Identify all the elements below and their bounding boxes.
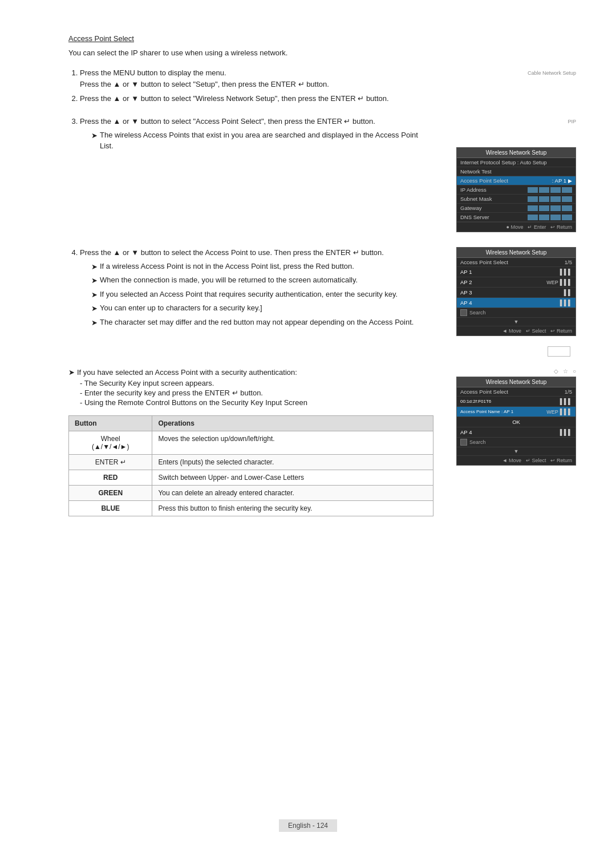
panel2-title: Wireless Network Setup xyxy=(457,248,576,258)
panel3-down-arrow: ▼ xyxy=(457,447,576,455)
panel1-row-network-test: Network Test xyxy=(457,167,576,176)
step3-note1: ➤ The wireless Access Points that exist … xyxy=(91,130,433,152)
table-row: ENTER ↵ Enters (Inputs) the selected cha… xyxy=(69,455,433,470)
panel3-ok-row: OK xyxy=(457,417,576,427)
panel3-ap-row-2: Access Point Name : AP 1 WEP ▌▌▌ xyxy=(457,407,576,417)
page-footer: English - 124 xyxy=(279,819,337,832)
ap-row-1: AP 1 ▌▌▌ xyxy=(457,267,576,277)
panel1-footer: ● Move ↵ Enter ↩ Return xyxy=(457,222,576,232)
step4-note4: ➤ You can enter up to characters for a s… xyxy=(91,302,445,314)
step4-note5: ➤ The character set may differ and the r… xyxy=(91,317,445,329)
step-4: Press the ▲ or ▼ button to select the Ac… xyxy=(80,247,445,328)
cable-network-label: Cable Network Setup xyxy=(445,70,576,76)
step4-note1: ➤ If a wireless Access Point is not in t… xyxy=(91,261,445,273)
step4-note2: ➤ When the connection is made, you will … xyxy=(91,274,445,286)
step-1: Press the MENU button to display the men… xyxy=(80,67,433,90)
step-3: Press the ▲ or ▼ button to select "Acces… xyxy=(80,116,433,152)
panel3-footer: ◄ Move ↵ Select ↩ Return xyxy=(457,455,576,465)
panel1-title: Wireless Network Setup xyxy=(457,148,576,158)
intro-text: You can select the IP sharer to use when… xyxy=(68,48,576,57)
page-wrapper: Access Point Select You can select the I… xyxy=(68,34,576,516)
ap-row-4: AP 4 ▌▌▌ xyxy=(457,298,576,308)
pip-label: PIP xyxy=(445,119,576,124)
search-row: Search xyxy=(457,308,576,318)
panel3-header: Access Point Select 1/5 xyxy=(457,387,576,397)
table-row: RED Switch between Upper- and Lower-Case… xyxy=(69,470,433,486)
panel1-row-dns: DNS Server xyxy=(457,213,576,222)
panel1-row-ap-select: Access Point Select : AP 1 ▶ xyxy=(457,176,576,185)
panel3-ap-row-1: 00:1d:2f:F01T6 ▌▌▌ xyxy=(457,397,576,407)
ap-row-3: AP 3 ▌▌ xyxy=(457,288,576,298)
small-rectangle xyxy=(548,346,570,357)
table-row: GREEN You can delete an already entered … xyxy=(69,486,433,501)
security-icons: ◇ ☆ ○ xyxy=(554,368,576,374)
panel2-header: Access Point Select 1/5 xyxy=(457,258,576,267)
security-bullet2: - Enter the security key and press the E… xyxy=(80,389,433,397)
down-arrow: ▼ xyxy=(457,318,576,326)
wireless-setup-panel-3: Wireless Network Setup Access Point Sele… xyxy=(456,377,576,466)
panel1-row-gateway: Gateway xyxy=(457,204,576,213)
panel3-title: Wireless Network Setup xyxy=(457,377,576,387)
panel1-row-ip: IP Address xyxy=(457,185,576,195)
panel2-footer: ◄ Move ↵ Select ↩ Return xyxy=(457,326,576,335)
wireless-setup-panel-2: Wireless Network Setup Access Point Sele… xyxy=(456,247,576,336)
operations-table: Button Operations Wheel(▲/▼/◄/►) Moves t… xyxy=(68,415,433,516)
section-title: Access Point Select xyxy=(68,34,576,43)
table-row: BLUE Press this button to finish enterin… xyxy=(69,501,433,516)
table-row: Wheel(▲/▼/◄/►) Moves the selection up/do… xyxy=(69,431,433,455)
panel1-row-subnet: Subnet Mask xyxy=(457,195,576,204)
step-2: Press the ▲ or ▼ button to select "Wirel… xyxy=(80,93,433,104)
step4-note3: ➤ If you selected an Access Point that r… xyxy=(91,289,445,301)
security-intro: ➤ If you have selected an Access Point w… xyxy=(68,368,433,377)
security-bullet1: - The Security Key input screen appears. xyxy=(80,379,433,387)
panel3-ap4-row: AP 4 ▌▌▌ xyxy=(457,427,576,438)
ap-row-2: AP 2 WEP ▌▌▌ xyxy=(457,277,576,288)
panel3-search-row: Search xyxy=(457,438,576,447)
panel1-row-protocol: Internet Protocol Setup : Auto Setup xyxy=(457,158,576,167)
table-header-button: Button xyxy=(69,416,152,431)
table-header-operations: Operations xyxy=(152,416,433,431)
wireless-setup-panel-1: Wireless Network Setup Internet Protocol… xyxy=(456,147,576,232)
security-bullet3: - Using the Remote Control Buttons on th… xyxy=(80,398,433,407)
